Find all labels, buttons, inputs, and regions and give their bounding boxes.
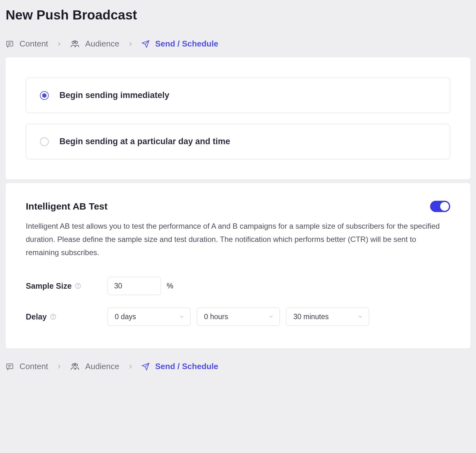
sample-size-row: Sample Size % bbox=[26, 277, 450, 295]
delay-selects: 0 days 0 hours 30 minutes bbox=[108, 308, 369, 326]
delay-row: Delay 0 days 0 hours 30 minutes bbox=[26, 308, 450, 326]
breadcrumb-content[interactable]: Content bbox=[6, 39, 48, 49]
delay-hours-value: 0 hours bbox=[204, 313, 228, 321]
message-icon bbox=[6, 40, 14, 48]
breadcrumb-send-schedule-label: Send / Schedule bbox=[155, 39, 219, 49]
radio-unselected-icon bbox=[40, 137, 49, 146]
delay-minutes-value: 30 minutes bbox=[293, 313, 329, 321]
breadcrumb-audience[interactable]: Audience bbox=[70, 39, 119, 49]
percent-symbol: % bbox=[167, 281, 173, 290]
sample-size-input[interactable] bbox=[108, 277, 161, 295]
delay-days-value: 0 days bbox=[115, 313, 136, 321]
schedule-option-datetime[interactable]: Begin sending at a particular day and ti… bbox=[26, 124, 450, 159]
message-icon bbox=[6, 363, 14, 371]
breadcrumb-send-schedule-label-bottom: Send / Schedule bbox=[155, 362, 219, 371]
ab-test-description: Intelligent AB test allows you to test t… bbox=[26, 220, 450, 259]
schedule-option-datetime-label: Begin sending at a particular day and ti… bbox=[59, 137, 230, 146]
breadcrumb-content-label: Content bbox=[19, 39, 48, 49]
breadcrumb-content-label-bottom: Content bbox=[19, 362, 48, 371]
chevron-right-icon bbox=[127, 363, 134, 370]
breadcrumb-content-bottom[interactable]: Content bbox=[6, 362, 48, 371]
sample-size-label: Sample Size bbox=[26, 281, 108, 291]
people-icon bbox=[70, 363, 80, 371]
delay-label: Delay bbox=[26, 312, 108, 321]
breadcrumb-audience-label-bottom: Audience bbox=[85, 362, 119, 371]
send-icon bbox=[141, 40, 150, 48]
ab-test-title: Intelligent AB Test bbox=[26, 201, 108, 212]
schedule-option-immediate-label: Begin sending immediately bbox=[59, 90, 169, 100]
breadcrumb-send-schedule[interactable]: Send / Schedule bbox=[141, 39, 219, 49]
ab-test-card: Intelligent AB Test Intelligent AB test … bbox=[6, 183, 470, 348]
delay-hours-select[interactable]: 0 hours bbox=[197, 308, 280, 326]
page-title: New Push Broadcast bbox=[0, 0, 476, 35]
breadcrumb-send-schedule-bottom[interactable]: Send / Schedule bbox=[141, 362, 219, 371]
delay-label-text: Delay bbox=[26, 312, 47, 321]
breadcrumb-audience-label: Audience bbox=[85, 39, 119, 49]
help-icon[interactable] bbox=[50, 314, 56, 320]
svg-rect-10 bbox=[7, 364, 13, 368]
chevron-down-icon bbox=[357, 314, 363, 319]
schedule-option-immediate[interactable]: Begin sending immediately bbox=[26, 78, 450, 113]
sample-size-label-text: Sample Size bbox=[26, 281, 72, 291]
delay-minutes-select[interactable]: 30 minutes bbox=[286, 308, 369, 326]
svg-point-5 bbox=[74, 41, 76, 42]
chevron-down-icon bbox=[268, 314, 274, 319]
radio-selected-icon bbox=[40, 91, 49, 100]
svg-rect-0 bbox=[7, 41, 13, 46]
breadcrumb-bottom: Content Audience Send / Schedule bbox=[0, 348, 476, 379]
schedule-card: Begin sending immediately Begin sending … bbox=[6, 57, 470, 179]
svg-point-15 bbox=[74, 363, 76, 365]
breadcrumb-audience-bottom[interactable]: Audience bbox=[70, 362, 119, 371]
chevron-right-icon bbox=[56, 41, 63, 47]
chevron-right-icon bbox=[56, 363, 63, 370]
send-icon bbox=[141, 363, 150, 371]
help-icon[interactable] bbox=[75, 283, 81, 289]
ab-test-toggle[interactable] bbox=[430, 201, 450, 212]
svg-point-9 bbox=[53, 318, 53, 318]
chevron-down-icon bbox=[179, 314, 185, 319]
chevron-right-icon bbox=[127, 41, 134, 47]
people-icon bbox=[70, 40, 80, 48]
svg-point-7 bbox=[78, 287, 78, 287]
breadcrumb-top: Content Audience Send / Schedule bbox=[0, 35, 476, 57]
toggle-knob bbox=[440, 202, 449, 211]
ab-test-header: Intelligent AB Test bbox=[26, 201, 450, 212]
delay-days-select[interactable]: 0 days bbox=[108, 308, 191, 326]
